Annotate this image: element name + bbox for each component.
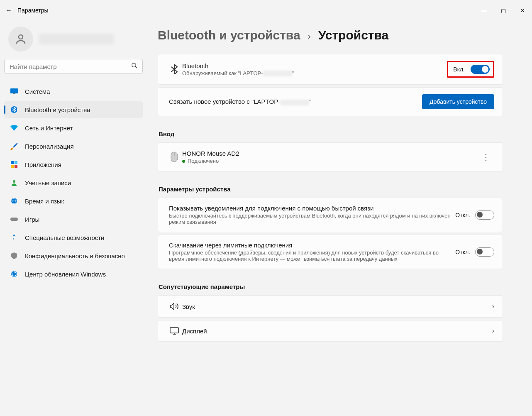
bluetooth-title: Bluetooth xyxy=(182,62,447,69)
device-status: Подключено xyxy=(182,158,478,164)
sidebar-item-time-language[interactable]: Время и язык xyxy=(4,193,143,209)
main-content: Bluetooth и устройства › Устройства Blue… xyxy=(149,21,532,416)
more-button[interactable]: ⋮ xyxy=(478,149,494,164)
chevron-right-icon: › xyxy=(492,303,494,310)
sound-link[interactable]: Звук › xyxy=(158,295,503,318)
sidebar-item-label: Специальные возможности xyxy=(25,234,105,241)
sidebar-item-label: Конфиденциальность и безопасность xyxy=(25,252,124,259)
maximize-button[interactable]: ▢ xyxy=(494,4,513,17)
sidebar-item-privacy[interactable]: Конфиденциальность и безопасность xyxy=(4,247,143,264)
page-title: Устройства xyxy=(318,28,388,42)
sidebar-item-label: Персонализация xyxy=(25,143,74,150)
sidebar-item-update[interactable]: Центр обновления Windows xyxy=(4,266,143,282)
svg-rect-8 xyxy=(11,165,14,168)
globe-icon xyxy=(8,198,20,204)
sidebar-item-network[interactable]: Сеть и Интернет xyxy=(4,120,143,136)
titlebar: ← Параметры — ▢ ✕ xyxy=(0,0,532,21)
svg-rect-4 xyxy=(13,93,15,94)
breadcrumb-parent[interactable]: Bluetooth и устройства xyxy=(158,28,300,42)
sidebar-item-accessibility[interactable]: Специальные возможности xyxy=(4,229,143,246)
sidebar-item-label: Сеть и Интернет xyxy=(25,125,73,132)
gamepad-icon xyxy=(8,217,20,222)
toggle-label: Откл. xyxy=(455,249,470,255)
sidebar-item-bluetooth[interactable]: Bluetooth и устройства xyxy=(4,101,143,118)
svg-rect-19 xyxy=(170,328,178,333)
display-link[interactable]: Дисплей › xyxy=(158,320,503,342)
sidebar-item-apps[interactable]: Приложения xyxy=(4,156,143,173)
avatar xyxy=(8,27,33,51)
speaker-icon xyxy=(166,302,182,311)
sidebar-item-accounts[interactable]: Учетные записи xyxy=(4,174,143,191)
account-block[interactable] xyxy=(4,24,143,59)
fast-pair-card: Показывать уведомления для подключения с… xyxy=(158,198,503,232)
apps-icon xyxy=(8,161,20,168)
svg-rect-9 xyxy=(15,165,17,168)
sidebar-item-label: Время и язык xyxy=(25,198,64,205)
bluetooth-toggle-highlight: Вкл. xyxy=(447,61,494,78)
wifi-icon xyxy=(8,125,20,131)
svg-rect-6 xyxy=(11,161,14,164)
bluetooth-icon xyxy=(8,106,20,113)
pair-card: Связать новое устройство с "LAPTOP-" Доб… xyxy=(158,87,503,116)
toggle-label: Вкл. xyxy=(453,66,465,73)
svg-point-15 xyxy=(13,235,15,236)
search-input[interactable] xyxy=(4,59,143,74)
update-icon xyxy=(8,271,20,277)
brush-icon: 🖌️ xyxy=(8,142,20,150)
sidebar-item-label: Центр обновления Windows xyxy=(25,271,106,278)
display-icon xyxy=(166,327,182,335)
sidebar-item-system[interactable]: Система xyxy=(4,83,143,100)
pair-text: Связать новое устройство с "LAPTOP-" xyxy=(169,98,422,105)
sidebar-item-label: Учетные записи xyxy=(25,179,71,186)
svg-rect-14 xyxy=(10,218,18,221)
metered-desc: Программное обеспечение (драйверы, сведе… xyxy=(169,250,455,262)
svg-line-2 xyxy=(135,66,137,68)
breadcrumb: Bluetooth и устройства › Устройства xyxy=(158,28,503,42)
display-label: Дисплей xyxy=(182,328,492,335)
sidebar-item-personalization[interactable]: 🖌️Персонализация xyxy=(4,138,143,154)
svg-rect-3 xyxy=(10,88,18,93)
sidebar-item-label: Система xyxy=(25,88,50,95)
minimize-button[interactable]: — xyxy=(475,4,494,17)
svg-point-1 xyxy=(132,63,136,67)
add-device-button[interactable]: Добавить устройство xyxy=(422,94,494,109)
person-icon xyxy=(8,179,20,186)
sidebar: Система Bluetooth и устройства Сеть и Ин… xyxy=(0,21,149,416)
section-related: Сопутствующие параметры xyxy=(159,283,503,290)
sound-label: Звук xyxy=(182,303,492,310)
accessibility-icon xyxy=(8,234,20,241)
metered-card: Скачивание через лимитные подключения Пр… xyxy=(158,235,503,269)
mouse-icon xyxy=(166,152,182,162)
sidebar-item-label: Bluetooth и устройства xyxy=(25,106,90,113)
account-name-redacted xyxy=(39,34,114,44)
bluetooth-subtitle: Обнаруживаемый как "LAPTOP-" xyxy=(182,70,447,77)
svg-rect-7 xyxy=(15,161,17,164)
section-input: Ввод xyxy=(159,130,503,137)
bluetooth-icon xyxy=(166,64,182,74)
search-icon xyxy=(131,62,138,70)
metered-title: Скачивание через лимитные подключения xyxy=(169,242,455,249)
fast-pair-title: Показывать уведомления для подключения с… xyxy=(169,205,455,212)
monitor-icon xyxy=(8,88,20,94)
sidebar-item-label: Игры xyxy=(25,216,39,223)
svg-point-10 xyxy=(13,180,15,183)
close-button[interactable]: ✕ xyxy=(513,4,532,17)
search-box xyxy=(4,59,143,74)
toggle-label: Откл. xyxy=(455,212,470,218)
bluetooth-card: Bluetooth Обнаруживаемый как "LAPTOP-" В… xyxy=(158,54,503,85)
fast-pair-toggle[interactable] xyxy=(475,210,494,220)
svg-point-0 xyxy=(19,35,23,39)
nav-list: Система Bluetooth и устройства Сеть и Ин… xyxy=(4,83,143,282)
chevron-right-icon: › xyxy=(308,31,311,42)
sidebar-item-label: Приложения xyxy=(25,161,61,168)
chevron-right-icon: › xyxy=(492,327,494,335)
back-button[interactable]: ← xyxy=(0,7,17,14)
device-name: HONOR Mouse AD2 xyxy=(182,150,478,157)
bluetooth-toggle[interactable] xyxy=(471,65,490,74)
mouse-card[interactable]: HONOR Mouse AD2 Подключено ⋮ xyxy=(158,142,503,171)
metered-toggle[interactable] xyxy=(475,247,494,257)
shield-icon xyxy=(8,252,20,259)
sidebar-item-gaming[interactable]: Игры xyxy=(4,211,143,228)
window-title: Параметры xyxy=(17,7,49,14)
fast-pair-desc: Быстро подключайтесь к поддерживаемым ус… xyxy=(169,213,455,225)
